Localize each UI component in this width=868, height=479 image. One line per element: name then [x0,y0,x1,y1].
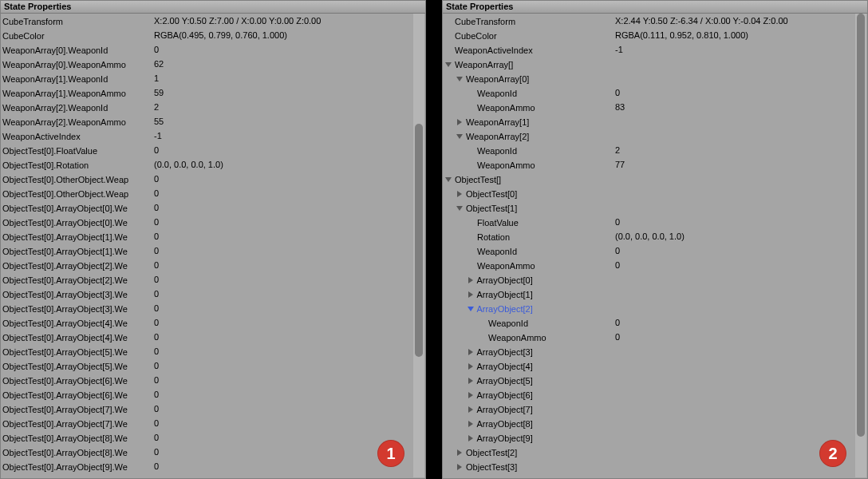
property-row[interactable]: ObjectTest[0].FloatValue0 [1,143,425,157]
property-row[interactable]: ObjectTest[0].ArrayObject[4].We0 [1,315,425,330]
tree-row[interactable]: Rotation(0.0, 0.0, 0.0, 1.0) [443,229,867,243]
property-row[interactable]: ObjectTest[0].ArrayObject[5].We0 [1,344,425,358]
property-row[interactable]: ObjectTest[0].ArrayObject[5].We0 [1,358,425,373]
expand-right-icon[interactable] [467,287,475,301]
expand-right-icon[interactable] [456,459,464,473]
annotation-badge: 2 [819,440,846,467]
tree-row[interactable]: FloatValue0 [443,215,867,229]
property-row[interactable]: ObjectTest[0].OtherObject.Weap0 [1,186,425,200]
tree-row[interactable]: ArrayObject[6] [443,387,867,402]
property-row[interactable]: ObjectTest[0].ArrayObject[6].We0 [1,373,425,387]
property-row[interactable]: CubeColorRGBA(0.495, 0.799, 0.760, 1.000… [1,28,425,42]
expand-right-icon[interactable] [467,272,475,287]
scroll-thumb[interactable] [415,124,423,357]
property-row[interactable]: ObjectTest[0].ArrayObject[2].We0 [1,272,425,287]
property-row[interactable]: ObjectTest[0].ArrayObject[1].We0 [1,243,425,258]
property-row[interactable]: ObjectTest[0].ArrayObject[9].We0 [1,459,425,473]
property-label: WeaponArray[0] [443,71,604,85]
property-row[interactable]: ObjectTest[0].Rotation(0.0, 0.0, 0.0, 1.… [1,157,425,172]
tree-row[interactable]: ArrayObject[3] [443,344,867,358]
property-row[interactable]: WeaponArray[2].WeaponId2 [1,100,425,114]
tree-row[interactable]: ObjectTest[] [443,172,867,186]
tree-row[interactable]: WeaponAmmo0 [443,258,867,272]
expand-right-icon[interactable] [456,445,464,459]
expand-down-icon[interactable] [444,57,452,71]
property-row[interactable]: ObjectTest[0].OtherObject.Weap0 [1,172,425,186]
property-row[interactable]: ObjectTest[0].ArrayObject[8].We0 [1,445,425,459]
property-row[interactable]: ObjectTest[0].ArrayObject[0].We0 [1,215,425,229]
tree-row[interactable]: WeaponArray[1] [443,114,867,129]
expand-down-icon[interactable] [444,172,452,186]
expand-right-icon[interactable] [467,430,475,445]
tree-row[interactable]: CubeTransformX:2.44 Y:0.50 Z:-6.34 / X:0… [443,14,867,28]
tree-row[interactable]: ArrayObject[8] [443,416,867,430]
expand-right-icon[interactable] [467,344,475,358]
tree-row[interactable]: ArrayObject[2] [443,301,867,315]
property-value: 0 [143,402,425,416]
tree-row[interactable]: WeaponArray[] [443,57,867,71]
property-row[interactable]: ObjectTest[0].ArrayObject[1].We0 [1,229,425,243]
tree-row[interactable]: ObjectTest[1] [443,200,867,215]
property-row[interactable]: ObjectTest[0].ArrayObject[3].We0 [1,287,425,301]
tree-row[interactable]: WeaponId2 [443,143,867,157]
expand-down-icon[interactable] [456,129,464,143]
expand-down-icon[interactable] [456,200,464,215]
scroll-thumb[interactable] [857,14,865,437]
expand-right-icon[interactable] [467,387,475,402]
tree-row[interactable]: ObjectTest[3] [443,459,867,473]
tree-row[interactable]: ArrayObject[7] [443,402,867,416]
tree-row[interactable]: WeaponActiveIndex-1 [443,42,867,57]
property-label: ObjectTest[0].ArrayObject[3].We [1,301,143,315]
tree-row[interactable]: WeaponId0 [443,85,867,100]
tree-row[interactable]: ObjectTest[2] [443,445,867,459]
property-label: ObjectTest[0].ArrayObject[0].We [1,200,143,215]
property-label: WeaponAmmo [443,157,604,172]
tree-row[interactable]: WeaponId0 [443,243,867,258]
tree-row[interactable]: WeaponAmmo77 [443,157,867,172]
tree-row[interactable]: ArrayObject[5] [443,373,867,387]
property-row[interactable]: ObjectTest[0].ArrayObject[2].We0 [1,258,425,272]
tree-row[interactable]: ArrayObject[0] [443,272,867,287]
expand-down-icon[interactable] [467,301,475,315]
property-row[interactable]: WeaponArray[1].WeaponId1 [1,71,425,85]
property-row[interactable]: ObjectTest[0].ArrayObject[3].We0 [1,301,425,315]
property-row[interactable]: WeaponArray[2].WeaponAmmo55 [1,114,425,129]
property-value: 0 [143,373,425,387]
property-row[interactable]: WeaponArray[0].WeaponAmmo62 [1,57,425,71]
tree-row[interactable]: WeaponArray[2] [443,129,867,143]
property-row[interactable]: ObjectTest[0].ArrayObject[7].We0 [1,402,425,416]
property-row[interactable]: WeaponArray[0].WeaponId0 [1,42,425,57]
property-row[interactable]: WeaponActiveIndex-1 [1,129,425,143]
expand-right-icon[interactable] [467,373,475,387]
tree-row[interactable]: ArrayObject[1] [443,287,867,301]
property-row[interactable]: ObjectTest[0].ArrayObject[4].We0 [1,330,425,344]
tree-row[interactable]: ArrayObject[9] [443,430,867,445]
vertical-scrollbar[interactable] [855,14,866,477]
property-row[interactable]: ObjectTest[0].ArrayObject[8].We0 [1,430,425,445]
tree-row[interactable]: ObjectTest[0] [443,186,867,200]
property-label: WeaponActiveIndex [443,42,604,57]
expand-down-icon[interactable] [456,71,464,85]
tree-row[interactable]: WeaponAmmo0 [443,330,867,344]
property-label: ArrayObject[5] [443,373,604,387]
property-row[interactable]: ObjectTest[0].ArrayObject[0].We0 [1,200,425,215]
property-row[interactable]: ObjectTest[0].ArrayObject[7].We0 [1,416,425,430]
tree-row[interactable]: ArrayObject[4] [443,358,867,373]
expand-right-icon[interactable] [467,416,475,430]
expand-right-icon[interactable] [456,186,464,200]
tree-row[interactable]: WeaponArray[0] [443,71,867,85]
property-label: ObjectTest[0].ArrayObject[4].We [1,315,143,330]
property-row[interactable]: WeaponArray[1].WeaponAmmo59 [1,85,425,100]
tree-row[interactable]: WeaponId0 [443,315,867,330]
panel-divider[interactable] [426,0,442,479]
expand-right-icon[interactable] [456,114,464,129]
tree-row[interactable]: WeaponAmmo83 [443,100,867,114]
vertical-scrollbar[interactable] [413,14,424,477]
property-value [604,186,867,200]
expand-right-icon[interactable] [467,358,475,373]
expand-right-icon[interactable] [467,402,475,416]
property-row[interactable]: CubeTransformX:2.00 Y:0.50 Z:7.00 / X:0.… [1,14,425,28]
tree-row[interactable]: CubeColorRGBA(0.111, 0.952, 0.810, 1.000… [443,28,867,42]
property-row[interactable]: ObjectTest[0].ArrayObject[6].We0 [1,387,425,402]
property-value: 0 [143,358,425,373]
